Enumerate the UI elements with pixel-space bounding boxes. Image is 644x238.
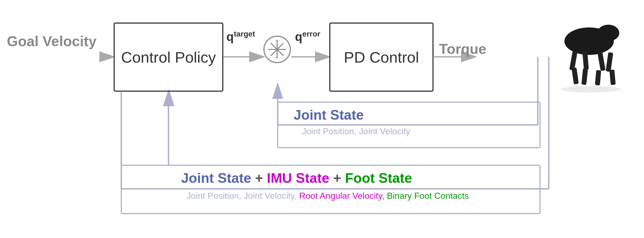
control-policy-box: Control Policy bbox=[114, 23, 223, 92]
svg-rect-22 bbox=[597, 51, 606, 71]
full-state-sublabel: Joint Position, Joint Velocity, Root Ang… bbox=[187, 191, 469, 201]
diagram-container: Goal Velocity Control Policy qtarget − +… bbox=[0, 0, 644, 238]
svg-rect-29 bbox=[581, 68, 588, 85]
full-state-sub-imu: Root Angular Velocity, bbox=[299, 191, 387, 201]
full-state-sub-joint: Joint Position, Joint Velocity, bbox=[187, 191, 299, 201]
full-state-imu: IMU State bbox=[267, 170, 330, 186]
circle-symbol: − + bbox=[263, 36, 291, 63]
torque-label: Torque bbox=[439, 41, 486, 57]
full-state-joint: Joint State bbox=[181, 170, 251, 186]
robot-image bbox=[542, 5, 636, 93]
svg-rect-23 bbox=[595, 70, 601, 85]
joint-state-top-title: Joint State bbox=[294, 107, 364, 123]
svg-rect-26 bbox=[569, 51, 578, 71]
pd-control-label: PD Control bbox=[344, 48, 419, 66]
pd-control-box: PD Control bbox=[329, 23, 434, 92]
full-state-plus1: + bbox=[251, 170, 267, 186]
q-target-label: qtarget bbox=[226, 30, 255, 44]
control-policy-label: Control Policy bbox=[121, 48, 216, 66]
svg-point-30 bbox=[560, 86, 621, 93]
full-state-foot: Foot State bbox=[345, 170, 412, 186]
full-state-plus2: + bbox=[329, 170, 345, 186]
svg-point-21 bbox=[597, 25, 619, 41]
svg-text:+: + bbox=[275, 38, 279, 43]
joint-state-top-subtitle: Joint Position, Joint Velocity bbox=[302, 126, 410, 136]
svg-rect-25 bbox=[609, 69, 616, 85]
full-state-label: Joint State + IMU State + Foot State bbox=[181, 170, 412, 186]
svg-rect-27 bbox=[572, 67, 579, 84]
q-error-label: qerror bbox=[295, 30, 320, 44]
full-state-sub-foot: Binary Foot Contacts bbox=[387, 191, 469, 201]
svg-rect-24 bbox=[606, 52, 613, 72]
goal-velocity-label: Goal Velocity bbox=[7, 33, 97, 49]
svg-text:−: − bbox=[274, 54, 277, 60]
